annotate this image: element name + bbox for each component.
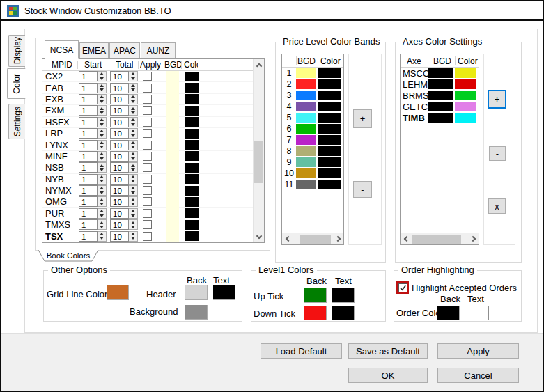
header-back-swatch[interactable] xyxy=(185,285,208,300)
spin-down-icon[interactable] xyxy=(129,145,137,150)
start-value[interactable]: 1 xyxy=(79,219,98,230)
spin-down-icon[interactable] xyxy=(98,77,106,81)
total-spinner[interactable]: 10 xyxy=(110,174,138,185)
start-spinner[interactable]: 1 xyxy=(79,117,107,127)
bgd-color-swatch[interactable] xyxy=(166,230,179,242)
start-value[interactable]: 1 xyxy=(79,105,98,116)
total-spinner[interactable]: 10 xyxy=(110,105,138,116)
band-bgd-swatch[interactable] xyxy=(296,113,316,123)
start-value[interactable]: 1 xyxy=(79,71,98,81)
bgd-color-swatch[interactable] xyxy=(166,196,179,207)
total-spinner[interactable]: 10 xyxy=(110,208,138,219)
text-color-swatch[interactable] xyxy=(185,83,199,93)
cancel-button[interactable]: Cancel xyxy=(437,368,519,383)
total-value[interactable]: 10 xyxy=(110,94,129,104)
band-bgd-swatch[interactable] xyxy=(296,168,316,178)
total-spinner[interactable]: 10 xyxy=(110,71,138,81)
start-value[interactable]: 1 xyxy=(79,162,98,173)
up-tick-text-swatch[interactable] xyxy=(332,288,355,303)
bgd-color-swatch[interactable] xyxy=(166,71,179,82)
spin-down-icon[interactable] xyxy=(129,134,137,139)
band-bgd-swatch[interactable] xyxy=(296,180,316,189)
start-value[interactable]: 1 xyxy=(79,231,98,242)
total-value[interactable]: 10 xyxy=(110,83,129,93)
total-value[interactable]: 10 xyxy=(110,128,129,139)
start-spinner[interactable]: 1 xyxy=(79,162,107,173)
total-spinner[interactable]: 10 xyxy=(110,117,138,127)
region-tab-ncsa[interactable]: NCSA xyxy=(45,40,79,59)
apply-checkbox[interactable] xyxy=(143,175,152,184)
bgd-color-swatch[interactable] xyxy=(166,162,179,173)
text-color-swatch[interactable] xyxy=(185,94,199,104)
band-bgd-swatch[interactable] xyxy=(296,124,316,134)
total-value[interactable]: 10 xyxy=(110,208,129,219)
axes-table-hscroll[interactable] xyxy=(401,233,479,244)
spin-down-icon[interactable] xyxy=(98,145,106,150)
region-tab-aunz[interactable]: AUNZ xyxy=(141,42,176,58)
hscroll-thumb[interactable] xyxy=(412,235,461,244)
region-tab-apac[interactable]: APAC xyxy=(109,42,140,58)
total-spinner[interactable]: 10 xyxy=(110,83,138,93)
band-bgd-swatch[interactable] xyxy=(296,146,316,156)
bgd-color-swatch[interactable] xyxy=(166,207,179,219)
text-color-swatch[interactable] xyxy=(185,174,199,184)
total-spinner[interactable]: 10 xyxy=(110,151,138,162)
spin-down-icon[interactable] xyxy=(98,134,106,139)
text-color-swatch[interactable] xyxy=(185,186,199,196)
start-spinner[interactable]: 1 xyxy=(79,174,107,185)
band-color-swatch[interactable] xyxy=(318,113,341,123)
start-value[interactable]: 1 xyxy=(79,151,98,162)
axe-color-swatch[interactable] xyxy=(455,102,476,111)
spin-down-icon[interactable] xyxy=(98,156,106,161)
apply-checkbox[interactable] xyxy=(143,118,152,127)
total-value[interactable]: 10 xyxy=(110,231,129,242)
spin-down-icon[interactable] xyxy=(98,213,106,218)
spin-down-icon[interactable] xyxy=(129,236,137,241)
spin-down-icon[interactable] xyxy=(129,179,137,184)
spin-down-icon[interactable] xyxy=(98,168,106,173)
order-back-swatch[interactable] xyxy=(437,306,460,320)
start-spinner[interactable]: 1 xyxy=(79,208,107,219)
spin-down-icon[interactable] xyxy=(129,111,137,116)
spin-down-icon[interactable] xyxy=(129,213,137,218)
grid-line-color-swatch[interactable] xyxy=(107,285,129,300)
spin-down-icon[interactable] xyxy=(98,122,106,127)
bgd-color-swatch[interactable] xyxy=(166,185,179,196)
start-spinner[interactable]: 1 xyxy=(79,83,107,93)
axe-bgd-swatch[interactable] xyxy=(428,113,453,123)
axes-add-button[interactable]: + xyxy=(488,90,506,109)
text-color-swatch[interactable] xyxy=(185,197,199,207)
spin-down-icon[interactable] xyxy=(129,156,137,161)
spin-down-icon[interactable] xyxy=(98,236,106,241)
axes-remove-button[interactable]: - xyxy=(489,146,506,161)
total-value[interactable]: 10 xyxy=(110,185,129,196)
start-spinner[interactable]: 1 xyxy=(79,185,107,196)
region-tab-emea[interactable]: EMEA xyxy=(79,42,109,58)
total-spinner[interactable]: 10 xyxy=(110,231,138,242)
total-value[interactable]: 10 xyxy=(110,196,129,207)
spin-down-icon[interactable] xyxy=(129,225,137,230)
start-value[interactable]: 1 xyxy=(79,94,98,104)
start-value[interactable]: 1 xyxy=(79,185,98,196)
band-color-swatch[interactable] xyxy=(318,168,341,178)
scroll-right-icon[interactable] xyxy=(334,233,343,244)
spin-down-icon[interactable] xyxy=(129,77,137,81)
bgd-color-swatch[interactable] xyxy=(166,93,179,104)
highlight-accepted-orders-checkbox[interactable] xyxy=(396,281,409,294)
spin-down-icon[interactable] xyxy=(98,111,106,116)
spin-down-icon[interactable] xyxy=(98,225,106,230)
bgd-color-swatch[interactable] xyxy=(166,173,179,185)
bgd-color-swatch[interactable] xyxy=(166,150,179,162)
start-value[interactable]: 1 xyxy=(79,196,98,207)
total-value[interactable]: 10 xyxy=(110,162,129,173)
band-bgd-swatch[interactable] xyxy=(296,102,316,111)
axe-color-swatch[interactable] xyxy=(455,68,476,78)
start-value[interactable]: 1 xyxy=(79,208,98,219)
text-color-swatch[interactable] xyxy=(185,208,199,218)
text-color-swatch[interactable] xyxy=(185,129,199,139)
text-color-swatch[interactable] xyxy=(185,106,199,116)
band-color-swatch[interactable] xyxy=(318,180,341,189)
apply-checkbox[interactable] xyxy=(143,220,152,229)
spin-down-icon[interactable] xyxy=(129,191,137,196)
apply-checkbox[interactable] xyxy=(143,209,152,218)
